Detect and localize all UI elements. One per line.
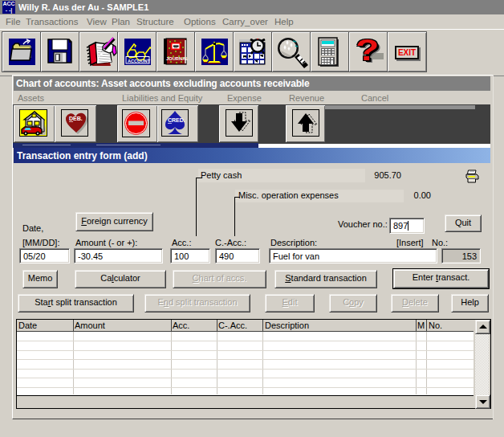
svg-text:DEB.: DEB. <box>69 116 83 121</box>
svg-text:CRED.: CRED. <box>168 117 185 123</box>
svg-text:ACCOUNT: ACCOUNT <box>128 59 151 63</box>
svg-text:JOURNAL: JOURNAL <box>166 56 188 61</box>
